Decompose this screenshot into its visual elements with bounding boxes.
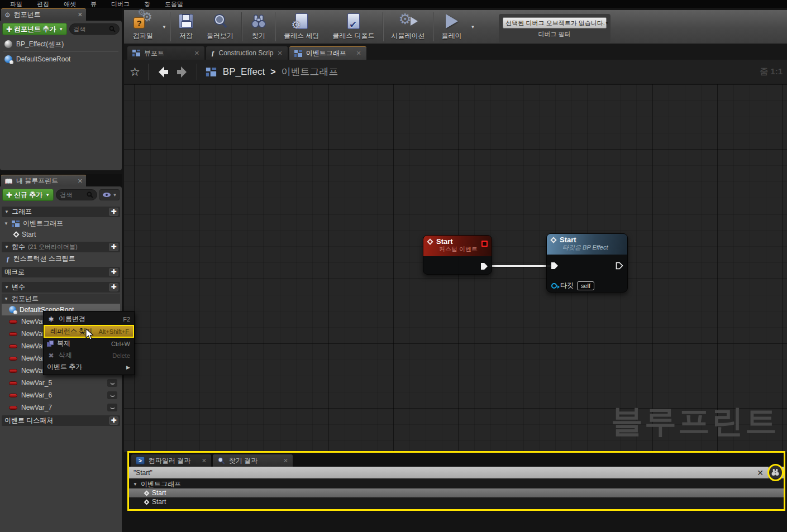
class-settings-button[interactable]: ⚙ 클래스 세팅: [277, 10, 326, 44]
close-icon[interactable]: ✕: [202, 457, 207, 464]
section-macros[interactable]: 매크로 ✚: [2, 267, 120, 277]
result-row[interactable]: Start: [129, 497, 784, 506]
item-start-event[interactable]: Start: [2, 229, 120, 239]
visibility-filter-button[interactable]: ▼: [99, 189, 120, 200]
variable-type-icon: [9, 394, 17, 397]
event-icon: [427, 238, 433, 245]
menu-item-delete[interactable]: ✖ 삭제 Delete: [44, 349, 134, 361]
menu-help[interactable]: 도움말: [165, 0, 183, 8]
add-new-button[interactable]: ✚ 신규 추가 ▼: [2, 189, 54, 201]
menu-debug[interactable]: 디버그: [111, 0, 130, 8]
target-pin[interactable]: [551, 283, 557, 289]
tab-viewport[interactable]: 뷰포트 ✕: [127, 46, 204, 60]
tab-compiler-results[interactable]: > 컴파일러 결과 ✕: [131, 454, 211, 467]
browse-button[interactable]: 둘러보기: [200, 10, 240, 44]
chevron-down-icon: ▼: [605, 21, 609, 26]
exec-output-pin[interactable]: [616, 262, 623, 270]
tab-my-blueprint[interactable]: 📖 내 블루프린트 ✕: [1, 175, 86, 187]
add-variable-button[interactable]: ✚: [109, 283, 118, 291]
save-button[interactable]: 저장: [172, 10, 200, 44]
section-functions[interactable]: ▼ 함수 (21 오버라이더블) ✚: [2, 242, 120, 252]
class-settings-label: 클래스 세팅: [284, 31, 319, 41]
favorite-star-icon[interactable]: ☆: [130, 65, 140, 79]
menu-view[interactable]: 뷰: [90, 0, 97, 8]
result-row[interactable]: Start: [129, 488, 784, 497]
breadcrumb-asset[interactable]: BP_Effect: [223, 66, 265, 78]
tab-event-graph[interactable]: 이벤트그래프 ✕: [289, 46, 366, 60]
divider: [433, 12, 434, 41]
add-component-label: 컴포넌트 추가: [14, 25, 56, 34]
exec-input-pin[interactable]: [551, 262, 559, 270]
find-in-blueprints-button[interactable]: [769, 466, 782, 478]
menu-item-rename[interactable]: ✱ 이름변경 F2: [44, 313, 134, 325]
tab-find-results[interactable]: 찾기 결과 ✕: [213, 454, 293, 467]
eye-closed-icon[interactable]: [107, 379, 117, 387]
class-defaults-button[interactable]: ✔ 클래스 디폴트: [326, 10, 381, 44]
breadcrumb-page[interactable]: 이벤트그래프: [281, 65, 338, 78]
exec-output-pin[interactable]: [480, 262, 488, 270]
rename-shortcut: F2: [123, 316, 130, 323]
menu-item-add-event[interactable]: 이벤트 추가 ▶: [44, 361, 134, 373]
duplicate-icon: [47, 341, 54, 347]
event-graph-canvas[interactable]: ☆ BP_Effect > 이벤트그래프 줌 1:1 블루프린트 Start 커…: [124, 60, 787, 452]
item-construction-script[interactable]: ƒ 컨스트럭션 스크립트: [2, 253, 120, 264]
component-item-self[interactable]: BP_Effect(셀프): [0, 37, 122, 51]
eye-closed-icon[interactable]: [107, 404, 117, 411]
item-event-graph[interactable]: ▼ 이벤트그래프: [2, 218, 120, 229]
components-icon: ⚙: [4, 11, 11, 19]
add-function-button[interactable]: ✚: [109, 243, 118, 251]
close-icon[interactable]: ✕: [194, 50, 199, 57]
find-button[interactable]: 찾기: [244, 10, 274, 44]
variable-row[interactable]: NewVar_7: [2, 401, 120, 414]
back-arrow-icon[interactable]: [156, 66, 170, 78]
section-variables[interactable]: ▼ 변수 ✚: [2, 282, 120, 293]
add-graph-button[interactable]: ✚: [109, 208, 118, 216]
chevron-down-icon[interactable]: ▼: [160, 25, 169, 30]
variable-label: NewVar_5: [21, 379, 52, 387]
variable-row[interactable]: NewVar_6: [2, 389, 120, 401]
compile-button[interactable]: ⚙⚙? 컴파일: [124, 10, 160, 44]
my-blueprint-search[interactable]: [56, 189, 97, 200]
section-event-dispatchers[interactable]: 이벤트 디스패처 ✚: [2, 415, 120, 426]
close-icon[interactable]: ✕: [78, 11, 83, 18]
eye-closed-icon[interactable]: [107, 391, 117, 399]
construction-tab-label: Construction Scrip: [219, 49, 274, 57]
close-icon[interactable]: ✕: [283, 457, 288, 464]
compile-icon: ⚙⚙?: [133, 12, 152, 30]
play-button[interactable]: 플레이: [435, 10, 469, 44]
chevron-down-icon[interactable]: ▼: [469, 25, 478, 30]
components-search-input[interactable]: [73, 26, 109, 32]
debug-object-dropdown[interactable]: 선택된 디버그 오브젝트가 없습니다. ▼: [503, 17, 607, 28]
delegate-pin[interactable]: [481, 241, 488, 247]
variable-row[interactable]: NewVar_5: [2, 377, 120, 389]
clear-search-icon[interactable]: ✕: [757, 468, 764, 477]
compile-label: 컴파일: [133, 31, 153, 41]
tab-construction-script[interactable]: ƒ Construction Scrip ✕: [206, 46, 288, 60]
menu-file[interactable]: 파일: [10, 0, 22, 8]
tab-components[interactable]: ⚙ 컴포넌트 ✕: [1, 8, 86, 21]
add-component-button[interactable]: ✚ 컴포넌트 추가 ▼: [2, 23, 67, 35]
plus-icon: ✚: [6, 191, 12, 199]
add-dispatcher-button[interactable]: ✚: [109, 416, 118, 425]
find-label: 찾기: [252, 31, 265, 41]
my-blueprint-search-input[interactable]: [60, 191, 87, 198]
section-graphs[interactable]: ▼ 그래프 ✚: [2, 207, 120, 217]
close-icon[interactable]: ✕: [78, 178, 83, 185]
forward-arrow-icon[interactable]: [175, 66, 189, 78]
node-start-custom-event[interactable]: Start 커스텀 이벤트: [423, 235, 492, 275]
simulate-button[interactable]: ⚙ 시뮬레이션: [385, 10, 432, 44]
subsection-components[interactable]: ▼ 컴포넌트: [2, 294, 120, 304]
delete-icon: ✖: [47, 352, 55, 360]
node-start-function-call[interactable]: Start 타깃은 BP Effect 타깃 self: [546, 233, 628, 293]
components-search[interactable]: [69, 23, 120, 35]
find-tab-label: 찾기 결과: [229, 456, 279, 466]
component-item-scene-root[interactable]: DefaultSceneRoot: [0, 52, 122, 66]
menu-asset[interactable]: 애셋: [64, 0, 76, 8]
add-macro-button[interactable]: ✚: [109, 268, 118, 276]
close-icon[interactable]: ✕: [278, 50, 283, 57]
menu-window[interactable]: 창: [144, 0, 150, 8]
close-icon[interactable]: ✕: [356, 50, 361, 57]
tree-node-event-graph[interactable]: ▼ 이벤트그래프: [129, 480, 784, 488]
find-search-input[interactable]: [133, 469, 757, 477]
menu-edit[interactable]: 편집: [37, 0, 49, 8]
